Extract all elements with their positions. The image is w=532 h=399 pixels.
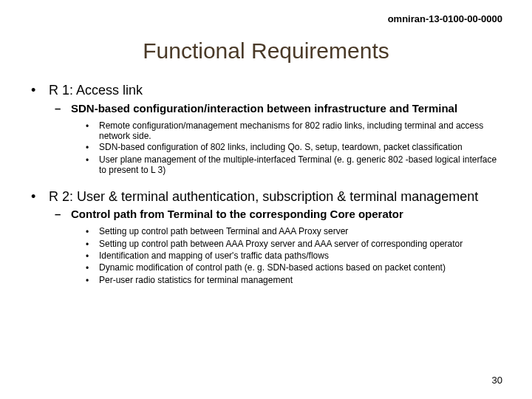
- section-heading-text: R 1: Access link: [49, 83, 143, 99]
- bullet-dot: •: [86, 120, 99, 142]
- list-item: • Setting up control path between Termin…: [86, 226, 502, 237]
- list-item: • Identification and mapping of user's t…: [86, 250, 502, 262]
- page-number: 30: [492, 375, 502, 386]
- list-item: • Remote configuration/management mechan…: [86, 120, 502, 142]
- list-item-text: SDN-based configuration of 802 links, in…: [99, 142, 463, 153]
- bullet-dot: •: [86, 239, 99, 250]
- list-item: • SDN-based configuration of 802 links, …: [86, 142, 502, 153]
- section-heading: • R 2: User & terminal authentication, s…: [30, 189, 502, 205]
- bullet-dot: •: [86, 275, 99, 286]
- subsection-heading-text: Control path from Terminal to the corres…: [71, 208, 403, 221]
- bullet-dot: •: [30, 189, 49, 205]
- bullet-dot: •: [86, 262, 99, 273]
- subsection-heading-text: SDN-based configuration/interaction betw…: [71, 102, 457, 115]
- slide-content: • R 1: Access link – SDN-based configura…: [0, 83, 532, 286]
- list-item-text: Setting up control path between AAA Prox…: [99, 239, 463, 250]
- bullet-dot: •: [86, 142, 99, 153]
- list-item-text: Dynamic modification of control path (e.…: [99, 262, 446, 273]
- subsection-heading: – SDN-based configuration/interaction be…: [55, 102, 502, 115]
- list-item: • Setting up control path between AAA Pr…: [86, 239, 502, 250]
- bullet-dot: •: [30, 83, 49, 99]
- subsection-heading: – Control path from Terminal to the corr…: [55, 208, 502, 221]
- list-item-text: Per-user radio statistics for terminal m…: [99, 275, 293, 286]
- bullet-dash: –: [55, 102, 71, 115]
- list-item-text: User plane management of the multiple-in…: [99, 154, 502, 176]
- bullet-dot: •: [86, 154, 99, 176]
- bullet-dot: •: [86, 250, 99, 262]
- section-heading: • R 1: Access link: [30, 83, 502, 99]
- list-item-text: Identification and mapping of user's tra…: [99, 250, 329, 262]
- slide-title: Functional Requirements: [0, 38, 532, 64]
- document-id: omniran-13-0100-00-0000: [388, 13, 502, 24]
- bullet-dash: –: [55, 208, 71, 221]
- list-item: • User plane management of the multiple-…: [86, 154, 502, 176]
- list-item-text: Setting up control path between Terminal…: [99, 226, 348, 237]
- list-item-text: Remote configuration/management mechanis…: [99, 120, 502, 142]
- list-item: • Per-user radio statistics for terminal…: [86, 275, 502, 286]
- bullet-dot: •: [86, 226, 99, 237]
- list-item: • Dynamic modification of control path (…: [86, 262, 502, 273]
- section-heading-text: R 2: User & terminal authentication, sub…: [49, 189, 478, 205]
